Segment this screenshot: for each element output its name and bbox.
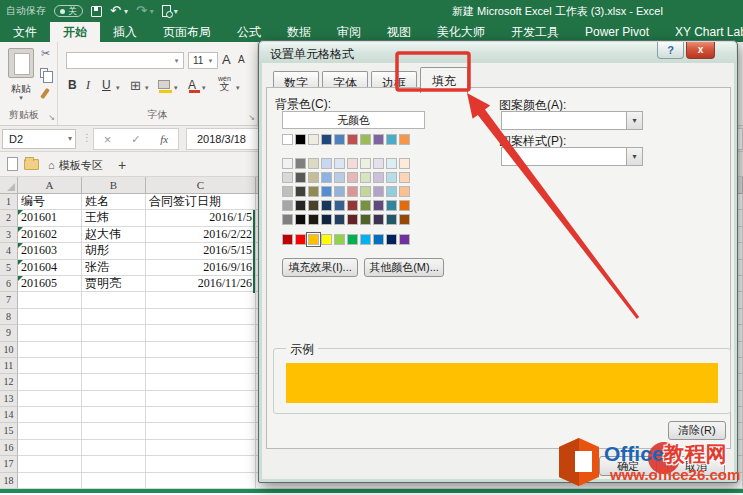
dialog-title-bar[interactable]: 设置单元格格式 ? x xyxy=(260,42,736,63)
ribbon-tab-6[interactable]: 审阅 xyxy=(324,22,374,42)
cell-C6[interactable]: 2016/11/26 xyxy=(146,276,256,292)
color-swatch-variant4-1[interactable] xyxy=(295,214,306,225)
pattern-style-dropdown-icon[interactable]: ▾ xyxy=(626,148,642,165)
font-size-combo[interactable]: 11 ▾ xyxy=(188,52,218,69)
color-swatch-theme-6[interactable] xyxy=(360,134,371,145)
ribbon-tab-2[interactable]: 插入 xyxy=(100,22,150,42)
phonetic-guide-icon[interactable]: wén 文 xyxy=(218,76,231,92)
row-header-4[interactable]: 4 xyxy=(0,243,18,259)
cell-C12[interactable] xyxy=(146,374,256,390)
cell-B16[interactable] xyxy=(82,440,146,456)
cell-C11[interactable] xyxy=(146,358,256,374)
row-header-18[interactable]: 18 xyxy=(0,473,18,489)
color-swatch-standard-4[interactable] xyxy=(334,234,345,245)
color-swatch-variant3-7[interactable] xyxy=(373,200,384,211)
cell-A16[interactable] xyxy=(18,440,82,456)
ribbon-tab-1[interactable]: 开始 xyxy=(50,22,100,42)
row-header-3[interactable]: 3 xyxy=(0,227,18,243)
color-swatch-variant3-4[interactable] xyxy=(334,200,345,211)
ribbon-tab-10[interactable]: Power Pivot xyxy=(572,22,662,42)
paste-dropdown-icon[interactable]: ▾ xyxy=(4,94,38,102)
color-swatch-variant1-0[interactable] xyxy=(282,172,293,183)
color-swatch-variant3-8[interactable] xyxy=(386,200,397,211)
font-launcher-icon[interactable]: ↘ xyxy=(248,113,255,122)
add-tab-button[interactable]: + xyxy=(118,154,126,176)
row-header-8[interactable]: 8 xyxy=(0,309,18,325)
color-swatch-variant4-7[interactable] xyxy=(373,214,384,225)
color-swatch-variant2-2[interactable] xyxy=(308,186,319,197)
row-header-1[interactable]: 1 xyxy=(0,194,18,210)
cell-A3[interactable]: 201602 xyxy=(18,227,82,243)
cell-B17[interactable] xyxy=(82,456,146,472)
color-swatch-standard-7[interactable] xyxy=(373,234,384,245)
ribbon-tab-5[interactable]: 数据 xyxy=(274,22,324,42)
color-swatch-theme-4[interactable] xyxy=(334,134,345,145)
color-swatch-variant3-2[interactable] xyxy=(308,200,319,211)
cell-C8[interactable] xyxy=(146,309,256,325)
undo-icon[interactable]: ↶ xyxy=(110,0,121,22)
color-swatch-variant1-3[interactable] xyxy=(321,172,332,183)
workbook-tab[interactable]: ⌂模板专区 xyxy=(48,154,103,176)
cell-B6[interactable]: 贾明亮 xyxy=(82,276,146,292)
cell-C16[interactable] xyxy=(146,440,256,456)
row-header-11[interactable]: 11 xyxy=(0,358,18,374)
font-color-icon[interactable]: A xyxy=(188,78,196,92)
border-icon[interactable]: ⊞ xyxy=(130,78,141,93)
formula-bar-grip[interactable]: ⋮ xyxy=(82,132,92,143)
cell-A14[interactable] xyxy=(18,407,82,423)
cell-C17[interactable] xyxy=(146,456,256,472)
color-swatch-variant0-3[interactable] xyxy=(321,158,332,169)
row-header-10[interactable]: 10 xyxy=(0,342,18,358)
row-header-9[interactable]: 9 xyxy=(0,325,18,341)
color-swatch-variant0-5[interactable] xyxy=(347,158,358,169)
dialog-close-button[interactable]: x xyxy=(686,42,715,59)
no-color-button[interactable]: 无颜色 xyxy=(282,111,425,129)
color-swatch-variant2-4[interactable] xyxy=(334,186,345,197)
cell-B8[interactable] xyxy=(82,309,146,325)
color-swatch-theme-3[interactable] xyxy=(321,134,332,145)
color-swatch-standard-2[interactable] xyxy=(308,234,319,245)
cell-A8[interactable] xyxy=(18,309,82,325)
select-all-corner[interactable] xyxy=(0,177,18,194)
color-swatch-variant2-8[interactable] xyxy=(386,186,397,197)
underline-button[interactable]: U xyxy=(102,78,111,92)
new-document-icon[interactable] xyxy=(7,157,18,171)
redo-dropdown-icon[interactable]: ▾ xyxy=(150,7,154,16)
color-swatch-variant0-8[interactable] xyxy=(386,158,397,169)
open-folder-icon[interactable] xyxy=(24,159,39,170)
color-swatch-variant1-7[interactable] xyxy=(373,172,384,183)
font-name-dropdown-icon[interactable]: ▾ xyxy=(171,53,182,68)
fill-effects-button[interactable]: 填充效果(I)... xyxy=(282,258,358,277)
cell-B13[interactable] xyxy=(82,391,146,407)
color-swatch-standard-3[interactable] xyxy=(321,234,332,245)
shrink-font-button[interactable]: A xyxy=(238,54,245,65)
color-swatch-variant1-6[interactable] xyxy=(360,172,371,183)
row-header-14[interactable]: 14 xyxy=(0,407,18,423)
cell-A15[interactable] xyxy=(18,423,82,439)
cut-icon[interactable]: ✂ xyxy=(41,47,50,60)
color-swatch-variant0-4[interactable] xyxy=(334,158,345,169)
dialog-help-button[interactable]: ? xyxy=(657,42,684,59)
underline-dropdown-icon[interactable]: ▾ xyxy=(116,84,120,92)
save-icon[interactable] xyxy=(91,6,102,17)
border-dropdown-icon[interactable]: ▾ xyxy=(145,84,149,92)
color-swatch-variant4-6[interactable] xyxy=(360,214,371,225)
cell-B11[interactable] xyxy=(82,358,146,374)
color-swatch-variant2-1[interactable] xyxy=(295,186,306,197)
color-swatch-variant4-0[interactable] xyxy=(282,214,293,225)
cell-B3[interactable]: 赵大伟 xyxy=(82,227,146,243)
row-header-6[interactable]: 6 xyxy=(0,276,18,292)
color-swatch-variant2-0[interactable] xyxy=(282,186,293,197)
cancel-entry-icon[interactable]: × xyxy=(104,132,112,147)
cell-B18[interactable] xyxy=(82,473,146,489)
row-header-7[interactable]: 7 xyxy=(0,292,18,308)
clipboard-launcher-icon[interactable]: ↘ xyxy=(48,113,55,122)
fill-color-icon[interactable] xyxy=(158,78,170,92)
row-header-16[interactable]: 16 xyxy=(0,440,18,456)
color-swatch-variant4-4[interactable] xyxy=(334,214,345,225)
cell-C13[interactable] xyxy=(146,391,256,407)
pattern-color-combo[interactable]: ▾ xyxy=(501,111,643,130)
color-swatch-theme-0[interactable] xyxy=(282,134,293,145)
color-swatch-variant4-9[interactable] xyxy=(399,214,410,225)
color-swatch-variant2-3[interactable] xyxy=(321,186,332,197)
